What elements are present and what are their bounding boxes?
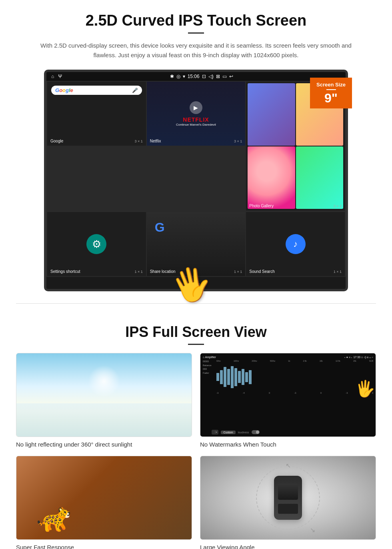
- car-top-view: ↖ ↘: [200, 456, 376, 539]
- amp-back-btn: 〈•: [212, 430, 218, 435]
- usb-icon: Ψ: [58, 74, 62, 79]
- flower-bg: [248, 146, 295, 209]
- share-size: 1 × 1: [234, 270, 242, 274]
- amp-bar-6: [234, 368, 237, 386]
- device-screen: ⌂ Ψ ✱ ◎ ▾ 15:06 ⊡ ◁) ⊠ ▭ ↩: [44, 70, 348, 291]
- no-watermarks-caption: No Watermarks When Touch: [200, 441, 376, 448]
- photo-thumb-1: [248, 83, 295, 146]
- feature-viewing-angle: ↖ ↘ Large Viewing Angle: [200, 456, 376, 549]
- feature-no-watermarks: ⌂ Amplifier ⬩ ♦ ◎ ▾ 17:33 ⊡ ◁) ⊠ ▭ ↩ ⊟⊟⊟…: [200, 353, 376, 448]
- settings-size: 1 × 1: [134, 270, 142, 274]
- location-icon: ◎: [176, 74, 180, 79]
- no-reflection-image: [16, 353, 192, 437]
- arrow-bottom: ↘: [310, 526, 315, 534]
- google-cell[interactable]: Google 🎤 Google 3 × 1: [47, 82, 146, 146]
- netflix-cell[interactable]: ▶ NETFLIX Continue Marvel's Daredevil Ne…: [147, 82, 246, 146]
- home-icon[interactable]: ⌂: [51, 74, 54, 79]
- sound-search-cell[interactable]: ♪ Sound Search 1 × 1: [246, 212, 345, 276]
- amp-home-icon: ⌂ Amplifier: [203, 356, 216, 359]
- g-logo: G: [155, 220, 165, 235]
- settings-label: Settings shortcut: [50, 269, 80, 274]
- amp-bottom-controls: 〈• Custom loudness: [212, 430, 260, 435]
- viewing-angle-caption: Large Viewing Angle: [200, 544, 376, 549]
- amp-freq-labels: 60hz100hz200hz500hz1k2.5k10k12.5k15kSUB: [216, 360, 373, 362]
- netflix-logo: NETFLIX: [183, 116, 209, 123]
- amp-time: ⬩ ♦ ◎ ▾ 17:33 ⊡ ◁) ⊠ ▭ ↩: [344, 356, 373, 359]
- car-body: [274, 476, 302, 520]
- netflix-label: Netflix: [150, 139, 161, 143]
- wifi-icon: ▾: [183, 74, 185, 79]
- badge-divider: [326, 89, 336, 90]
- netflix-size: 3 × 1: [234, 139, 242, 143]
- amp-bar-3: [224, 367, 226, 387]
- page: 2.5D Curved IPS Touch Screen With 2.5D c…: [0, 0, 392, 549]
- amplifier-screen: ⌂ Amplifier ⬩ ♦ ◎ ▾ 17:33 ⊡ ◁) ⊠ ▭ ↩ ⊟⊟⊟…: [200, 353, 376, 437]
- amp-toggle-knob: [256, 431, 259, 434]
- section1-divider: [188, 32, 204, 34]
- sound-label: Sound Search: [249, 269, 274, 274]
- statusbar-left: ⌂ Ψ: [51, 74, 62, 79]
- amp-bar-5: [231, 366, 234, 388]
- music-note-icon: ♪: [286, 234, 306, 254]
- statusbar: ⌂ Ψ ✱ ◎ ▾ 15:06 ⊡ ◁) ⊠ ▭ ↩: [46, 72, 346, 81]
- car-window: [278, 484, 298, 500]
- screen-size-badge: Screen Size 9": [310, 78, 352, 108]
- mic-icon[interactable]: 🎤: [132, 88, 138, 93]
- gallery-size: 2 × 2: [334, 204, 342, 208]
- section2: IPS Full Screen View No light reflecting…: [16, 324, 376, 549]
- section-separator: [16, 303, 376, 304]
- google-label: Google: [50, 139, 63, 143]
- rotation-circle: ↖ ↘: [256, 466, 320, 530]
- amp-statusbar: ⌂ Amplifier ⬩ ♦ ◎ ▾ 17:33 ⊡ ◁) ⊠ ▭ ↩: [203, 356, 373, 359]
- settings-icon: ⚙: [86, 234, 106, 254]
- close-icon: ⊠: [216, 74, 220, 79]
- section1-title: 2.5D Curved IPS Touch Screen: [16, 12, 376, 29]
- amp-bar-7: [238, 371, 241, 383]
- device-grid-top: Google 🎤 Google 3 × 1 ▶ NETFLIX Continue…: [46, 81, 346, 211]
- amp-hand-icon: 🖐: [355, 379, 375, 398]
- amp-custom-btn: Custom: [221, 431, 235, 434]
- gallery-label: Photo Gallery: [249, 204, 274, 208]
- window-icon: ▭: [222, 74, 227, 79]
- feature-no-reflection: No light reflecting under 360° direct su…: [16, 353, 192, 448]
- amp-bar-8: [242, 369, 244, 385]
- no-watermarks-image: ⌂ Amplifier ⬩ ♦ ◎ ▾ 17:33 ⊡ ◁) ⊠ ▭ ↩ ⊟⊟⊟…: [200, 353, 376, 437]
- amp-toggle[interactable]: [252, 430, 260, 434]
- amp-bar-1: [216, 373, 219, 381]
- netflix-play-button[interactable]: ▶: [190, 101, 202, 114]
- amp-loudness-label: loudness: [238, 431, 249, 434]
- back-icon[interactable]: ↩: [229, 74, 233, 79]
- amp-bar-9: [245, 372, 248, 382]
- settings-cell[interactable]: ⚙ Settings shortcut 1 × 1: [47, 212, 146, 276]
- amp-left-labels: ⊟⊟⊟Balance⊟⊟Fader: [203, 360, 215, 394]
- amp-balance-label: ⊟⊟⊟Balance⊟⊟Fader: [203, 360, 215, 375]
- fast-response-image: 🐆: [16, 456, 192, 540]
- sound-size: 1 × 1: [334, 270, 342, 274]
- amp-bar-10: [249, 370, 252, 384]
- amp-bar-2: [220, 370, 223, 384]
- no-reflection-caption: No light reflecting under 360° direct su…: [16, 441, 192, 448]
- car-container: ↖ ↘: [256, 466, 320, 530]
- section1: 2.5D Curved IPS Touch Screen With 2.5D c…: [16, 12, 376, 291]
- device-wrapper: Screen Size 9" ⌂ Ψ ✱ ◎ ▾ 15:06 ⊡: [44, 70, 348, 291]
- google-search-bar[interactable]: Google 🎤: [51, 86, 142, 95]
- bluetooth-icon: ✱: [170, 74, 174, 79]
- amp-chart-area: 60hz100hz200hz500hz1k2.5k10k12.5k15kSUB: [216, 360, 373, 394]
- amp-bar-4: [227, 369, 230, 385]
- viewing-angle-image: ↖ ↘: [200, 456, 376, 540]
- badge-label: Screen Size: [316, 82, 346, 88]
- cheetah-emoji: 🐆: [36, 501, 71, 533]
- badge-size: 9": [316, 92, 346, 104]
- photo-thumb-4: [296, 146, 343, 209]
- volume-icon: ◁): [208, 74, 214, 79]
- amp-db-labels: -3-40-30-30: [216, 392, 373, 394]
- sky-background: [16, 353, 192, 437]
- feature-grid: No light reflecting under 360° direct su…: [16, 353, 376, 549]
- status-time: 15:06: [188, 74, 200, 79]
- section2-title: IPS Full Screen View: [16, 324, 376, 341]
- statusbar-center: ✱ ◎ ▾ 15:06 ⊡ ◁) ⊠ ▭ ↩: [170, 74, 233, 79]
- camera-icon: ⊡: [202, 74, 206, 79]
- cheetah-background: 🐆: [16, 456, 192, 539]
- section1-description: With 2.5D curved-display screen, this de…: [32, 41, 360, 60]
- arrow-top: ↖: [286, 462, 291, 469]
